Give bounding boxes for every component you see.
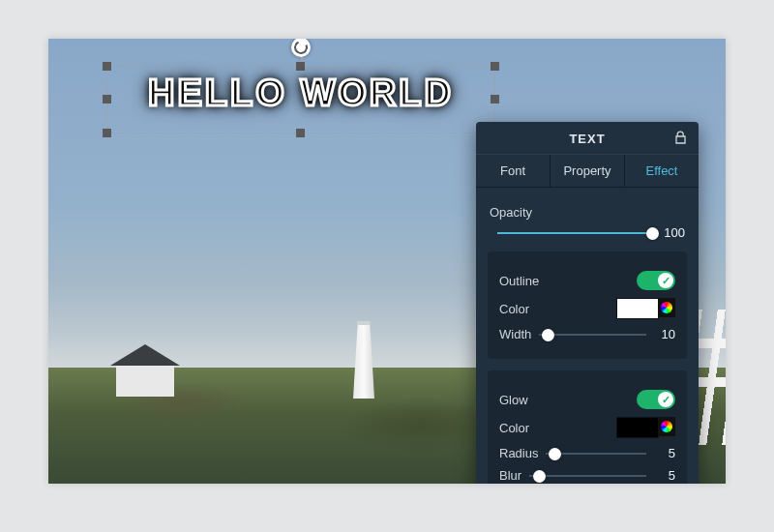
outline-label: Outline: [499, 274, 539, 288]
outline-toggle[interactable]: ✓: [637, 271, 675, 290]
tab-property[interactable]: Property: [551, 155, 625, 187]
color-picker-icon[interactable]: [658, 298, 675, 317]
text-selection-box[interactable]: HELLO WORLD: [106, 66, 495, 133]
panel-tabs: Font Property Effect: [476, 154, 699, 188]
tab-effect[interactable]: Effect: [625, 155, 699, 187]
resize-handle-tl[interactable]: [103, 62, 111, 71]
outline-group: Outline ✓ Color Width 10: [488, 251, 687, 359]
lock-icon[interactable]: [674, 131, 687, 147]
opacity-value: 100: [660, 225, 685, 240]
glow-group: Glow ✓ Color Radius 5 Blur: [488, 370, 687, 484]
text-panel: TEXT Font Property Effect Opacity 100: [476, 122, 699, 484]
glow-blur-slider[interactable]: [529, 469, 646, 483]
resize-handle-tm[interactable]: [296, 62, 305, 71]
outline-color-swatch[interactable]: [616, 298, 659, 319]
rotate-handle-icon[interactable]: [291, 39, 311, 57]
glow-blur-label: Blur: [499, 468, 521, 483]
outline-width-label: Width: [499, 327, 531, 341]
panel-header: TEXT: [476, 122, 699, 154]
glow-radius-slider[interactable]: [546, 447, 646, 460]
opacity-label: Opacity: [490, 205, 685, 220]
outline-width-slider[interactable]: [539, 328, 646, 341]
resize-handle-bm[interactable]: [296, 129, 305, 137]
background-house: [116, 364, 174, 397]
outline-width-value: 10: [654, 327, 675, 341]
glow-toggle[interactable]: ✓: [637, 390, 675, 409]
opacity-slider[interactable]: [497, 226, 652, 240]
glow-label: Glow: [499, 393, 528, 407]
glow-radius-value: 5: [654, 446, 675, 460]
resize-handle-bl[interactable]: [103, 129, 111, 137]
color-picker-icon[interactable]: [658, 417, 675, 436]
resize-handle-tr[interactable]: [491, 62, 499, 71]
editor-canvas[interactable]: HELLO WORLD TEXT Font Property Effect Op…: [48, 39, 726, 484]
glow-color-swatch[interactable]: [616, 417, 659, 438]
glow-radius-label: Radius: [499, 446, 538, 460]
outline-color-label: Color: [499, 302, 529, 316]
glow-color-label: Color: [499, 421, 529, 435]
canvas-text[interactable]: HELLO WORLD: [107, 73, 494, 114]
tab-font[interactable]: Font: [476, 155, 551, 187]
opacity-section: Opacity 100: [476, 188, 699, 250]
glow-blur-value: 5: [654, 468, 675, 483]
panel-title: TEXT: [569, 132, 605, 146]
